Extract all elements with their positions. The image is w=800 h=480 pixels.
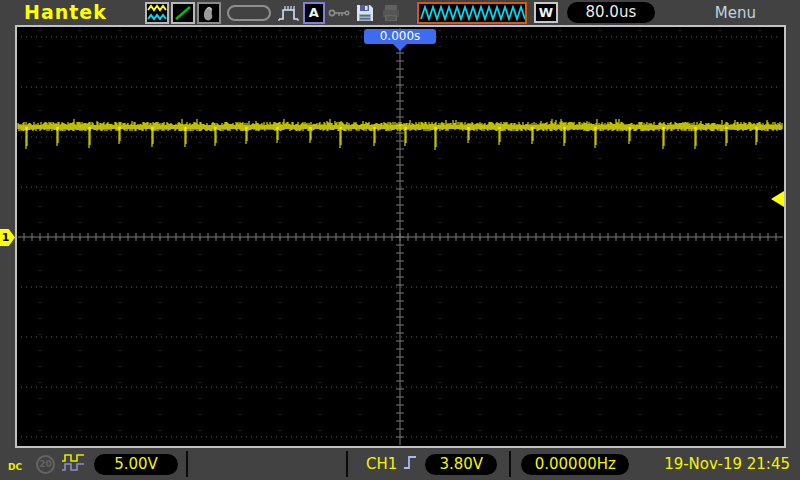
hand-icon[interactable] <box>197 2 221 24</box>
coupling-dc-icon[interactable]: DC <box>8 455 30 474</box>
bottom-toolbar: DC 20 5.00V CH1 3.80V 0.00000Hz 19-Nov-1… <box>0 448 800 480</box>
rising-edge-icon <box>403 453 417 475</box>
empty-slot <box>227 5 271 21</box>
toolbar-icon-group: A <box>145 2 403 24</box>
top-toolbar: Hantek <box>0 0 800 25</box>
datetime-label: 19-Nov-19 21:45 <box>664 455 790 473</box>
green-line-icon[interactable] <box>171 2 195 24</box>
auto-icon[interactable]: A <box>303 2 325 24</box>
frequency-counter-readout: 0.00000Hz <box>521 454 629 475</box>
timebase-readout: 80.0us <box>567 2 655 23</box>
brand-logo: Hantek <box>24 0 107 25</box>
menu-button[interactable]: Menu <box>715 4 756 22</box>
ch1-waveform-trace <box>17 27 784 446</box>
divider <box>346 451 348 477</box>
divider <box>509 451 511 477</box>
volts-per-div-readout: 5.00V <box>94 454 178 475</box>
channel-waves-icon[interactable] <box>145 2 169 24</box>
burst-waveform-icon[interactable] <box>417 2 527 24</box>
trigger-source-label: CH1 <box>366 455 397 473</box>
waveform-display: 0.000s <box>15 25 786 448</box>
pulse-icon[interactable] <box>277 2 301 24</box>
channel1-reference-marker[interactable]: 1 <box>0 229 15 246</box>
print-icon[interactable] <box>379 2 403 24</box>
save-icon[interactable] <box>353 2 377 24</box>
probe-waveform-icon[interactable] <box>61 452 85 476</box>
key-icon[interactable] <box>327 2 351 24</box>
divider <box>186 451 188 477</box>
trigger-position-flag[interactable]: 0.000s <box>364 29 436 44</box>
trigger-level-readout: 3.80V <box>425 454 497 475</box>
oscilloscope-ui: Hantek <box>0 0 800 480</box>
bandwidth-limit-icon[interactable]: 20 <box>36 455 55 474</box>
window-mode-icon[interactable]: W <box>534 2 558 23</box>
